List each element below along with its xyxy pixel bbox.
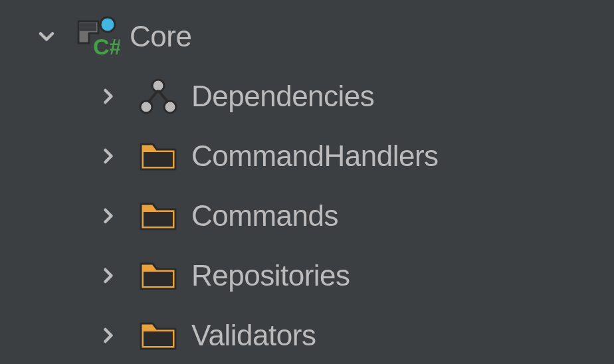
svg-line-7 (158, 90, 168, 102)
svg-text:C#: C# (93, 34, 120, 59)
folder-icon (135, 193, 181, 239)
project-node-validators[interactable]: Validators (0, 306, 614, 364)
node-label: Dependencies (191, 80, 374, 113)
node-label: Repositories (191, 259, 350, 292)
project-label: Core (130, 20, 191, 53)
svg-rect-8 (144, 152, 173, 167)
csharp-project-icon: C# (73, 13, 120, 60)
svg-rect-11 (144, 331, 173, 346)
folder-icon (135, 252, 181, 299)
svg-line-6 (148, 90, 158, 102)
project-node-dependencies[interactable]: Dependencies (0, 66, 614, 126)
chevron-right-icon (95, 203, 122, 229)
chevron-right-icon (95, 83, 122, 110)
project-node-commands[interactable]: Commands (0, 186, 614, 246)
folder-icon (135, 133, 181, 179)
dependencies-icon (135, 73, 181, 120)
node-label: Commands (191, 199, 338, 232)
svg-rect-9 (144, 212, 173, 227)
svg-rect-0 (79, 23, 96, 31)
project-node-repositories[interactable]: Repositories (0, 246, 614, 306)
node-label: CommandHandlers (191, 139, 439, 173)
svg-point-3 (152, 80, 164, 92)
folder-icon (135, 312, 181, 359)
svg-point-1 (100, 17, 115, 32)
svg-point-4 (140, 101, 152, 113)
project-tree: C# Core Dependencies (0, 0, 614, 364)
svg-rect-10 (144, 272, 173, 286)
svg-point-5 (164, 101, 176, 113)
project-node-commandhandlers[interactable]: CommandHandlers (0, 126, 614, 186)
chevron-down-icon (33, 23, 60, 50)
chevron-right-icon (95, 143, 122, 169)
chevron-right-icon (95, 322, 122, 349)
chevron-right-icon (95, 262, 122, 289)
project-node-core[interactable]: C# Core (0, 7, 614, 66)
node-label: Validators (191, 319, 316, 352)
